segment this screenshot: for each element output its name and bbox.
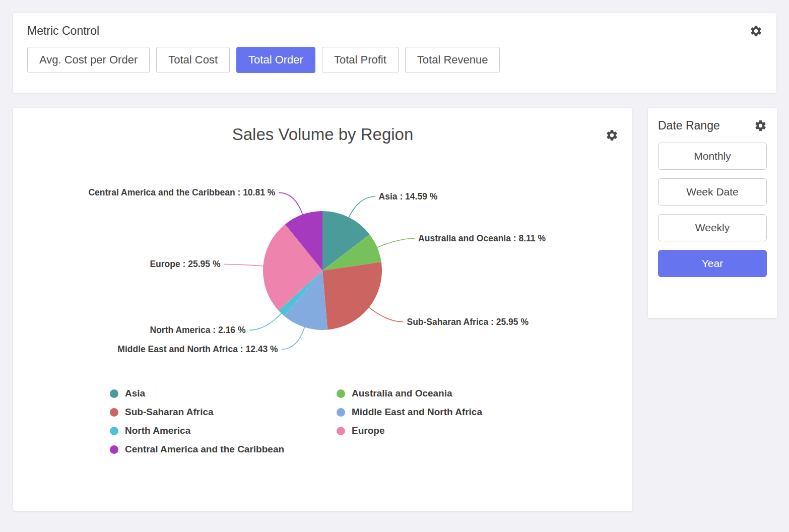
legend-label-sub-saharan-africa: Sub-Saharan Africa <box>125 407 214 418</box>
pie-leader-line-north-america <box>249 313 282 330</box>
legend-dot-sub-saharan-africa <box>110 408 118 417</box>
date-range-year-button[interactable]: Year <box>658 250 767 277</box>
date-range-card: Date Range MonthlyWeek DateWeeklyYear <box>648 108 777 318</box>
legend-item-central-america-and-the-caribbean[interactable]: Central America and the Caribbean <box>110 444 337 455</box>
metric-control-header: Metric Control <box>27 24 762 38</box>
legend-dot-central-america-and-the-caribbean <box>110 445 118 454</box>
legend-item-middle-east-and-north-africa[interactable]: Middle East and North Africa <box>337 407 563 418</box>
metric-total-profit-button[interactable]: Total Profit <box>322 47 399 73</box>
pie-label-europe: Europe : 25.95 % <box>150 259 220 269</box>
date-range-week-date-button[interactable]: Week Date <box>658 178 767 206</box>
date-range-monthly-button[interactable]: Monthly <box>658 143 767 170</box>
metric-control-card: Metric Control Avg. Cost per OrderTotal … <box>13 13 776 93</box>
date-range-gear-icon[interactable] <box>754 119 767 132</box>
legend-item-asia[interactable]: Asia <box>110 388 337 399</box>
legend-item-australia-and-oceania[interactable]: Australia and Oceania <box>337 388 563 399</box>
pie-slice-sub-saharan-africa[interactable] <box>322 262 382 330</box>
legend-label-middle-east-and-north-africa: Middle East and North Africa <box>352 407 482 418</box>
legend-dot-europe <box>337 427 345 435</box>
legend-label-north-america: North America <box>125 425 190 436</box>
pie-leader-line-australia-and-oceania <box>377 238 415 247</box>
pie-label-sub-saharan-africa: Sub-Saharan Africa : 25.95 % <box>407 317 529 327</box>
content-row: Sales Volume by Region Asia : 14.59 %Aus… <box>13 108 776 511</box>
legend-label-europe: Europe <box>352 425 384 436</box>
date-range-weekly-button[interactable]: Weekly <box>658 214 767 241</box>
legend-item-sub-saharan-africa[interactable]: Sub-Saharan Africa <box>110 407 337 418</box>
metric-total-revenue-button[interactable]: Total Revenue <box>405 47 500 73</box>
pie-chart: Asia : 14.59 %Australia and Oceania : 8.… <box>13 147 632 379</box>
dashboard-page: Metric Control Avg. Cost per OrderTotal … <box>0 0 789 526</box>
metric-total-order-button[interactable]: Total Order <box>236 47 315 73</box>
legend-dot-north-america <box>110 427 118 435</box>
sales-volume-chart-card: Sales Volume by Region Asia : 14.59 %Aus… <box>13 108 632 511</box>
pie-label-north-america: North America : 2.16 % <box>150 325 246 335</box>
legend-dot-middle-east-and-north-africa <box>337 408 345 417</box>
metric-button-group: Avg. Cost per OrderTotal CostTotal Order… <box>27 47 762 73</box>
pie-label-central-america-and-the-caribbean: Central America and the Caribbean : 10.8… <box>88 187 275 197</box>
metric-control-title: Metric Control <box>27 24 99 38</box>
date-range-button-group: MonthlyWeek DateWeeklyYear <box>658 143 767 277</box>
pie-label-middle-east-and-north-africa: Middle East and North Africa : 12.43 % <box>117 344 278 354</box>
legend-dot-australia-and-oceania <box>337 389 345 398</box>
legend-label-central-america-and-the-caribbean: Central America and the Caribbean <box>125 444 284 455</box>
metric-control-gear-icon[interactable] <box>750 25 762 37</box>
metric-avg-cost-per-order-button[interactable]: Avg. Cost per Order <box>27 47 150 73</box>
pie-label-asia: Asia : 14.59 % <box>379 191 438 202</box>
chart-gear-icon[interactable] <box>606 129 618 142</box>
legend-item-europe[interactable]: Europe <box>337 425 563 436</box>
legend-label-asia: Asia <box>125 388 145 399</box>
pie-leader-line-europe <box>224 264 264 266</box>
metric-total-cost-button[interactable]: Total Cost <box>156 47 230 73</box>
chart-legend: AsiaAustralia and OceaniaSub-Saharan Afr… <box>110 388 632 455</box>
pie-leader-line-central-america-and-the-caribbean <box>279 192 303 215</box>
pie-leader-line-asia <box>349 196 375 218</box>
legend-label-australia-and-oceania: Australia and Oceania <box>352 388 452 399</box>
legend-item-north-america[interactable]: North America <box>110 425 337 436</box>
date-range-header: Date Range <box>658 119 767 132</box>
pie-leader-line-sub-saharan-africa <box>369 307 404 322</box>
pie-leader-line-middle-east-and-north-africa <box>282 327 305 350</box>
date-range-title: Date Range <box>658 119 720 132</box>
legend-dot-asia <box>110 389 118 398</box>
pie-label-australia-and-oceania: Australia and Oceania : 8.11 % <box>418 233 546 243</box>
chart-title: Sales Volume by Region <box>13 125 632 144</box>
